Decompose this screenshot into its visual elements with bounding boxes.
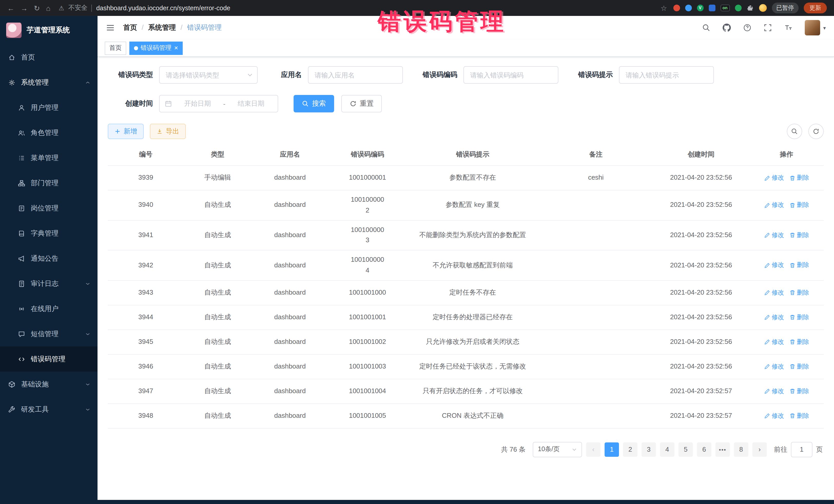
sidebar-item-sms[interactable]: 短信管理 <box>0 321 97 346</box>
edit-link[interactable]: 修改 <box>764 337 784 347</box>
back-icon[interactable]: ← <box>7 4 14 12</box>
forward-icon[interactable]: → <box>21 4 28 12</box>
breadcrumb-home[interactable]: 首页 <box>123 23 137 32</box>
logo[interactable]: 芋道管理系统 <box>0 16 97 45</box>
delete-link[interactable]: 删除 <box>789 386 809 396</box>
page-size-select[interactable]: 10条/页 <box>533 442 582 457</box>
delete-link[interactable]: 删除 <box>789 261 809 270</box>
help-icon[interactable] <box>743 24 751 32</box>
export-button[interactable]: 导出 <box>150 124 186 139</box>
sidebar-item-error-code[interactable]: 错误码管理 <box>0 346 97 372</box>
edit-link[interactable]: 修改 <box>764 231 784 240</box>
table-row[interactable]: 3943 自动生成 dashboard 1001001000 定时任务不存在 2… <box>108 281 824 305</box>
extension-grid-icon[interactable] <box>708 5 715 11</box>
tag-close-icon[interactable]: ✕ <box>174 45 178 50</box>
table-row[interactable]: 3941 自动生成 dashboard 100100000 3 不能删除类型为系… <box>108 220 824 250</box>
sidebar-item-users[interactable]: 用户管理 <box>0 95 97 120</box>
sidebar-item-dev-tools[interactable]: 研发工具 <box>0 397 97 422</box>
delete-link[interactable]: 删除 <box>789 312 809 322</box>
table-row[interactable]: 3942 自动生成 dashboard 100100000 4 不允许获取敏感配… <box>108 250 824 281</box>
add-button[interactable]: 新增 <box>108 124 144 139</box>
error-hint-input[interactable] <box>619 66 714 84</box>
page-button-5[interactable]: 5 <box>679 442 693 457</box>
page-button-3[interactable]: 3 <box>641 442 656 457</box>
sidebar-item-announcements[interactable]: 通知公告 <box>0 246 97 271</box>
github-icon[interactable] <box>723 24 731 32</box>
error-type-input[interactable] <box>159 66 258 84</box>
delete-link[interactable]: 删除 <box>789 173 809 183</box>
refresh-table-icon[interactable] <box>808 124 824 139</box>
sidebar-item-menus[interactable]: 菜单管理 <box>0 145 97 170</box>
edit-link[interactable]: 修改 <box>764 288 784 298</box>
reset-button[interactable]: 重置 <box>341 95 382 112</box>
sidebar-item-roles[interactable]: 角色管理 <box>0 120 97 145</box>
profile-emoji-icon[interactable] <box>759 4 767 12</box>
delete-link[interactable]: 删除 <box>789 337 809 347</box>
delete-link[interactable]: 删除 <box>789 231 809 240</box>
user-menu[interactable]: ▾ <box>805 20 826 36</box>
search-button[interactable]: 搜索 <box>293 95 334 112</box>
sidebar-item-online-users[interactable]: 在线用户 <box>0 296 97 321</box>
url-bar[interactable]: ⚠ 不安全 dashboard.yudao.iocoder.cn/system/… <box>59 4 654 12</box>
toggle-search-icon[interactable] <box>787 124 802 139</box>
sidebar-item-posts[interactable]: 岗位管理 <box>0 196 97 221</box>
edit-link[interactable]: 修改 <box>764 261 784 270</box>
goto-page-input[interactable] <box>791 442 812 457</box>
page-button-6[interactable]: 6 <box>697 442 711 457</box>
page-button-1[interactable]: 1 <box>605 442 619 457</box>
end-date-placeholder[interactable]: 结束日期 <box>229 99 272 108</box>
edit-link[interactable]: 修改 <box>764 173 784 183</box>
edit-link[interactable]: 修改 <box>764 411 784 421</box>
sidebar-item-audit-log[interactable]: 审计日志 <box>0 271 97 296</box>
edit-link[interactable]: 修改 <box>764 386 784 396</box>
delete-link[interactable]: 删除 <box>789 361 809 371</box>
table-row[interactable]: 3948 自动生成 dashboard 1001001005 CRON 表达式不… <box>108 404 824 429</box>
breadcrumb-section[interactable]: 系统管理 <box>137 23 176 32</box>
delete-link[interactable]: 删除 <box>789 200 809 210</box>
table-row[interactable]: 3946 自动生成 dashboard 1001001003 定时任务已经处于该… <box>108 355 824 379</box>
date-range-picker[interactable]: 开始日期 - 结束日期 <box>159 95 278 112</box>
paused-badge[interactable]: 已暂停 <box>772 3 798 13</box>
edit-link[interactable]: 修改 <box>764 361 784 371</box>
extension-red-icon[interactable] <box>673 5 680 11</box>
header-search-icon[interactable] <box>702 24 710 32</box>
more-pages-button[interactable]: ••• <box>716 442 730 457</box>
extensions-puzzle-icon[interactable] <box>746 4 754 12</box>
error-code-input[interactable] <box>463 66 558 84</box>
extension-green-icon[interactable] <box>735 5 741 11</box>
extension-blue-icon[interactable] <box>685 5 692 11</box>
hamburger-icon[interactable] <box>106 23 115 32</box>
sidebar-item-system[interactable]: 系统管理 <box>0 70 97 95</box>
page-button-8[interactable]: 8 <box>734 442 748 457</box>
table-row[interactable]: 3939 手动编辑 dashboard 1001000001 参数配置不存在 c… <box>108 166 824 191</box>
browser-home-icon[interactable]: ⌂ <box>46 4 50 12</box>
update-button[interactable]: 更新 <box>804 3 827 13</box>
fullscreen-icon[interactable] <box>764 24 772 32</box>
bookmark-star-icon[interactable]: ☆ <box>660 4 667 12</box>
next-page-button[interactable]: › <box>752 442 767 457</box>
page-button-2[interactable]: 2 <box>623 442 637 457</box>
edit-link[interactable]: 修改 <box>764 312 784 322</box>
font-size-icon[interactable] <box>784 24 792 32</box>
tag-error-code[interactable]: 错误码管理 ✕ <box>129 41 183 54</box>
sidebar-item-home[interactable]: 首页 <box>0 45 97 70</box>
table-row[interactable]: 3944 自动生成 dashboard 1001001001 定时任务的处理器已… <box>108 305 824 330</box>
delete-link[interactable]: 删除 <box>789 411 809 421</box>
error-type-select[interactable] <box>159 66 258 84</box>
edit-link[interactable]: 修改 <box>764 200 784 210</box>
extension-verified-icon[interactable]: V <box>697 5 703 11</box>
start-date-placeholder[interactable]: 开始日期 <box>176 99 219 108</box>
extension-on-badge-icon[interactable]: on <box>720 5 729 11</box>
reload-icon[interactable]: ↻ <box>34 4 40 12</box>
delete-link[interactable]: 删除 <box>789 288 809 298</box>
tag-home[interactable]: 首页 <box>105 41 126 54</box>
sidebar-item-departments[interactable]: 部门管理 <box>0 170 97 196</box>
page-button-4[interactable]: 4 <box>660 442 674 457</box>
sidebar-item-dictionary[interactable]: 字典管理 <box>0 221 97 246</box>
table-row[interactable]: 3940 自动生成 dashboard 100100000 2 参数配置 key… <box>108 191 824 220</box>
sidebar-item-infrastructure[interactable]: 基础设施 <box>0 372 97 397</box>
table-row[interactable]: 3945 自动生成 dashboard 1001001002 只允许修改为开启或… <box>108 330 824 355</box>
table-row[interactable]: 3947 自动生成 dashboard 1001001004 只有开启状态的任务… <box>108 379 824 404</box>
app-name-input[interactable] <box>308 66 403 84</box>
prev-page-button[interactable]: ‹ <box>586 442 600 457</box>
